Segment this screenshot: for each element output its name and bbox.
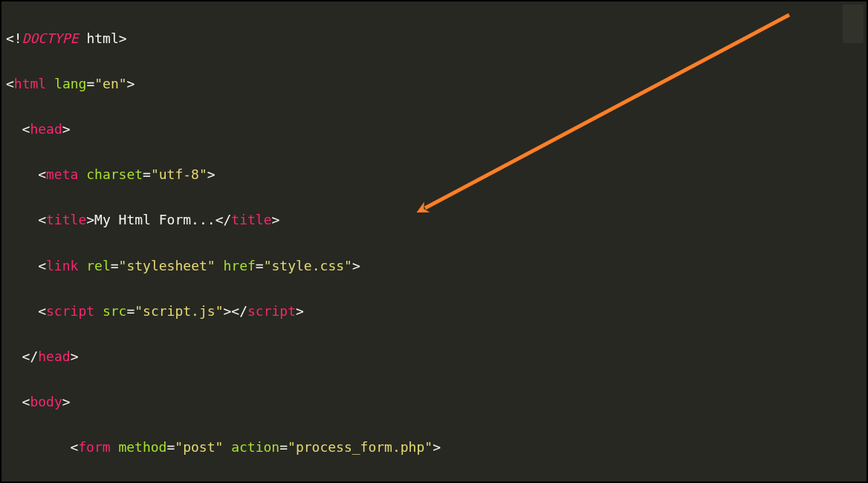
minimap[interactable] bbox=[843, 4, 864, 43]
code-line: <!DOCTYPE html> bbox=[6, 27, 862, 51]
code-line: <body> bbox=[6, 391, 862, 414]
code-line: <title>My Html Form...</title> bbox=[6, 209, 862, 232]
code-line: <form method="post" action="process_form… bbox=[6, 436, 862, 459]
code-line: <html lang="en"> bbox=[6, 73, 862, 96]
code-line: <link rel="stylesheet" href="style.css"> bbox=[6, 255, 862, 278]
code-editor[interactable]: <!DOCTYPE html> <html lang="en"> <head> … bbox=[1, 1, 867, 483]
doctype-keyword: DOCTYPE bbox=[22, 30, 79, 46]
code-line: </head> bbox=[6, 346, 862, 369]
code-line: <head> bbox=[6, 118, 862, 141]
code-line: <meta charset="utf-8"> bbox=[6, 163, 862, 187]
code-line: <script src="script.js"></script> bbox=[6, 300, 862, 323]
